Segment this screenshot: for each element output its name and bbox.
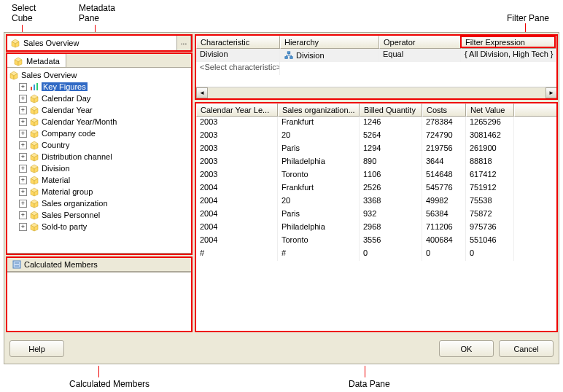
- tree-node-label: Company code: [42, 129, 96, 138]
- data-header-1[interactable]: Sales organization...: [278, 103, 360, 117]
- cube-icon: [9, 70, 19, 80]
- table-cell: 219756: [422, 143, 466, 156]
- table-cell: 2968: [360, 222, 422, 235]
- table-row[interactable]: 2003Philadelphia890364488818: [196, 156, 557, 169]
- data-header-4[interactable]: Net Value: [466, 103, 514, 117]
- expander-icon[interactable]: +: [19, 95, 27, 103]
- scroll-right-icon[interactable]: ►: [545, 87, 557, 98]
- cube-icon: [10, 38, 20, 48]
- table-cell: 2004: [196, 208, 278, 222]
- dimension-icon: [29, 105, 39, 115]
- tree-node[interactable]: +Material: [9, 174, 190, 186]
- filter-header-hierarchy[interactable]: Hierarchy: [280, 36, 379, 49]
- table-cell: 0: [466, 248, 514, 261]
- table-cell: Philadelphia: [278, 156, 360, 169]
- expander-icon[interactable]: +: [19, 200, 27, 208]
- filter-cell-op[interactable]: Equal: [379, 49, 461, 62]
- metadata-tab[interactable]: Metadata: [7, 53, 66, 68]
- table-cell: 5264: [360, 130, 422, 143]
- tree-node-label: Sold-to party: [42, 222, 87, 231]
- tree-node-label: Sales Personnel: [42, 211, 100, 219]
- table-row[interactable]: 2004Frankfurt2526545776751912: [196, 182, 557, 195]
- tree-node[interactable]: +Distribution channel: [9, 151, 190, 162]
- tree-node[interactable]: +Calendar Year: [9, 104, 190, 116]
- dimension-icon: [29, 117, 39, 127]
- table-row[interactable]: 2004Philadelphia2968711206975736: [196, 222, 557, 235]
- expander-icon[interactable]: +: [19, 130, 27, 138]
- dimension-icon: [29, 210, 39, 220]
- annotation-select-cube: Select Cube: [12, 3, 36, 23]
- filter-header-characteristic[interactable]: Characteristic: [196, 36, 280, 49]
- expander-icon[interactable]: +: [19, 176, 27, 184]
- tree-node[interactable]: +Sold-to party: [9, 221, 190, 232]
- tree-node-label: Sales organization: [42, 199, 108, 208]
- metadata-tree[interactable]: Sales Overview + Key Figures +Calendar D…: [7, 67, 192, 254]
- table-cell: 3556: [360, 235, 422, 248]
- tree-root[interactable]: Sales Overview: [9, 69, 190, 81]
- tree-root-label: Sales Overview: [21, 71, 77, 79]
- table-cell: 2004: [196, 182, 278, 195]
- cube-browse-button[interactable]: ...: [176, 35, 191, 51]
- table-cell: 2003: [196, 130, 278, 143]
- tree-node[interactable]: +Calendar Year/Month: [9, 116, 190, 128]
- data-header-2[interactable]: Billed Quantity: [360, 103, 422, 117]
- filter-row[interactable]: Division Division Equal { All Division, …: [196, 49, 557, 62]
- filter-header-expression[interactable]: Filter Expression: [461, 36, 556, 49]
- tree-node[interactable]: +Material group: [9, 186, 190, 197]
- table-cell: 3644: [422, 156, 466, 169]
- table-row[interactable]: ##000: [196, 248, 557, 261]
- svg-rect-7: [285, 57, 287, 59]
- filter-placeholder-row[interactable]: <Select characteristic>: [196, 62, 557, 75]
- table-row[interactable]: 2003Toronto1106514648617412: [196, 169, 557, 182]
- table-row[interactable]: 2003Frankfurt12462783841265296: [196, 117, 557, 130]
- expander-icon[interactable]: +: [19, 165, 27, 173]
- filter-cell-char[interactable]: Division: [196, 49, 280, 62]
- table-cell: 3081462: [466, 130, 514, 143]
- cube-name: Sales Overview: [23, 39, 79, 47]
- svg-rect-1: [34, 85, 35, 90]
- expander-icon[interactable]: +: [19, 118, 27, 126]
- cube-icon: [13, 56, 23, 66]
- button-bar: Help OK Cancel: [7, 340, 556, 361]
- filter-placeholder[interactable]: <Select characteristic>: [196, 62, 280, 75]
- table-cell: 2003: [196, 169, 278, 182]
- ok-button[interactable]: OK: [439, 340, 494, 357]
- cancel-button[interactable]: Cancel: [499, 340, 554, 357]
- expander-icon[interactable]: +: [19, 211, 27, 219]
- cube-selector[interactable]: Sales Overview: [7, 35, 192, 51]
- tree-node[interactable]: +Company code: [9, 128, 190, 139]
- table-row[interactable]: 2004Toronto3556400684551046: [196, 235, 557, 248]
- tree-node[interactable]: +Division: [9, 162, 190, 174]
- filter-cell-hier[interactable]: Division: [280, 49, 379, 62]
- table-cell: 261900: [466, 143, 514, 156]
- dimension-icon: [29, 198, 39, 208]
- tree-node[interactable]: +Sales organization: [9, 197, 190, 209]
- dimension-icon: [29, 152, 39, 162]
- data-header-0[interactable]: Calendar Year Le...: [196, 103, 278, 117]
- expander-icon[interactable]: +: [19, 141, 27, 149]
- expander-icon[interactable]: +: [19, 83, 27, 91]
- expander-icon[interactable]: +: [19, 153, 27, 161]
- table-row[interactable]: 2004Paris9325638475872: [196, 208, 557, 222]
- table-cell: 890: [360, 156, 422, 169]
- expander-icon[interactable]: +: [19, 188, 27, 196]
- filter-cell-expr[interactable]: { All Division, High Tech }: [461, 49, 556, 62]
- filter-scrollbar[interactable]: ◄ ►: [196, 87, 557, 98]
- tree-node[interactable]: +Sales Personnel: [9, 209, 190, 221]
- table-row[interactable]: 20032052647247903081462: [196, 130, 557, 143]
- table-row[interactable]: 2003Paris1294219756261900: [196, 143, 557, 156]
- calculated-members-list[interactable]: [7, 272, 192, 332]
- table-row[interactable]: 20042033684998275538: [196, 195, 557, 208]
- scroll-left-icon[interactable]: ◄: [196, 87, 208, 98]
- help-button[interactable]: Help: [9, 340, 64, 357]
- tree-node-key-figures[interactable]: + Key Figures: [9, 81, 190, 93]
- table-cell: 0: [360, 248, 422, 261]
- expander-icon[interactable]: +: [19, 106, 27, 114]
- data-header-3[interactable]: Costs: [422, 103, 466, 117]
- line: [98, 366, 99, 377]
- tree-node[interactable]: +Country: [9, 139, 190, 151]
- expander-icon[interactable]: +: [19, 223, 27, 231]
- tree-node[interactable]: +Calendar Day: [9, 93, 190, 104]
- filter-header-operator[interactable]: Operator: [379, 36, 461, 49]
- table-cell: 20: [278, 130, 360, 143]
